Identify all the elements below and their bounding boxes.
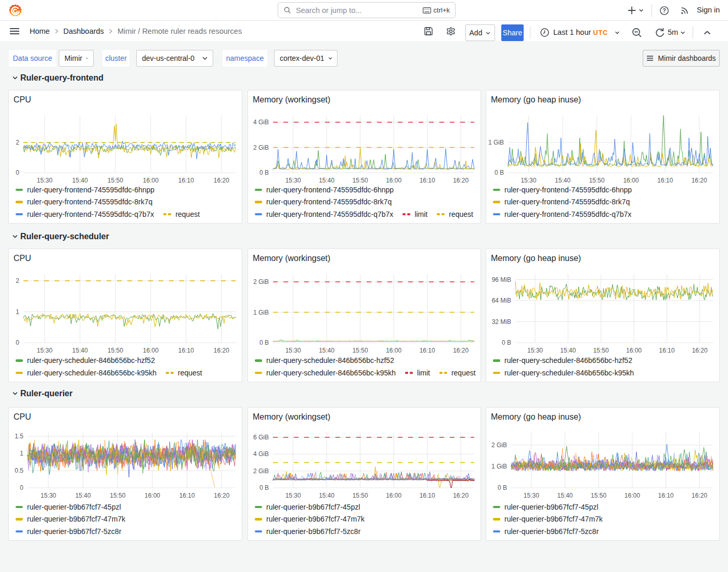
svg-text:15:50: 15:50 bbox=[353, 492, 368, 499]
svg-text:15:30: 15:30 bbox=[524, 492, 539, 499]
svg-text:1 GiB: 1 GiB bbox=[253, 309, 269, 316]
svg-text:16:10: 16:10 bbox=[420, 347, 435, 354]
svg-text:4 GiB: 4 GiB bbox=[253, 450, 269, 458]
svg-text:15:50: 15:50 bbox=[353, 177, 368, 184]
svg-text:15:40: 15:40 bbox=[555, 177, 570, 184]
svg-text:2 GiB: 2 GiB bbox=[491, 441, 507, 449]
svg-text:15:30: 15:30 bbox=[41, 492, 56, 499]
svg-text:16:10: 16:10 bbox=[178, 177, 194, 184]
svg-text:16:10: 16:10 bbox=[420, 492, 435, 499]
svg-text:15:40: 15:40 bbox=[72, 177, 88, 184]
svg-text:16:00: 16:00 bbox=[386, 347, 401, 354]
svg-text:0 B: 0 B bbox=[259, 339, 269, 346]
svg-text:16:10: 16:10 bbox=[657, 177, 673, 184]
svg-text:6 GiB: 6 GiB bbox=[253, 434, 269, 441]
svg-text:15:50: 15:50 bbox=[589, 177, 605, 184]
svg-text:?: ? bbox=[662, 8, 666, 14]
svg-text:16:00: 16:00 bbox=[145, 492, 160, 499]
svg-text:16:10: 16:10 bbox=[658, 492, 673, 499]
svg-text:15:30: 15:30 bbox=[285, 347, 301, 354]
svg-text:15:40: 15:40 bbox=[319, 177, 334, 184]
svg-text:16:10: 16:10 bbox=[178, 347, 194, 354]
svg-text:0: 0 bbox=[20, 484, 23, 491]
svg-text:2: 2 bbox=[16, 139, 19, 146]
svg-text:15:40: 15:40 bbox=[560, 347, 576, 354]
svg-text:16:00: 16:00 bbox=[626, 347, 642, 354]
svg-text:0 B: 0 B bbox=[498, 484, 507, 491]
svg-text:15:50: 15:50 bbox=[591, 492, 606, 499]
svg-text:15:40: 15:40 bbox=[75, 492, 91, 499]
svg-text:0 B: 0 B bbox=[259, 169, 269, 176]
svg-text:16:20: 16:20 bbox=[692, 177, 707, 184]
svg-text:15:30: 15:30 bbox=[521, 177, 536, 184]
svg-text:16:00: 16:00 bbox=[386, 177, 401, 184]
svg-text:2: 2 bbox=[16, 277, 19, 284]
svg-text:16:10: 16:10 bbox=[659, 347, 674, 354]
svg-text:15:30: 15:30 bbox=[37, 177, 53, 184]
svg-text:16:20: 16:20 bbox=[214, 177, 229, 184]
svg-text:16:20: 16:20 bbox=[453, 177, 469, 184]
svg-text:15:40: 15:40 bbox=[319, 347, 334, 354]
svg-text:2 GiB: 2 GiB bbox=[253, 278, 269, 285]
svg-text:0: 0 bbox=[16, 169, 19, 176]
svg-text:0: 0 bbox=[16, 339, 19, 346]
svg-text:32 MiB: 32 MiB bbox=[492, 318, 511, 326]
svg-text:16:00: 16:00 bbox=[623, 177, 639, 184]
svg-text:2 GiB: 2 GiB bbox=[253, 144, 269, 151]
svg-text:1: 1 bbox=[20, 450, 23, 457]
svg-text:64 MiB: 64 MiB bbox=[492, 297, 511, 304]
svg-text:15:50: 15:50 bbox=[593, 347, 609, 354]
svg-text:0 B: 0 B bbox=[495, 169, 504, 176]
svg-text:96 MiB: 96 MiB bbox=[492, 276, 511, 283]
svg-text:0 B: 0 B bbox=[502, 339, 511, 346]
svg-text:0 B: 0 B bbox=[259, 484, 269, 491]
svg-text:15:30: 15:30 bbox=[285, 492, 301, 499]
svg-text:16:10: 16:10 bbox=[420, 177, 435, 184]
svg-text:16:20: 16:20 bbox=[214, 347, 229, 354]
svg-text:15:30: 15:30 bbox=[37, 347, 53, 354]
svg-text:1 GiB: 1 GiB bbox=[491, 463, 507, 470]
svg-text:15:50: 15:50 bbox=[108, 177, 123, 184]
svg-text:16:20: 16:20 bbox=[453, 347, 469, 354]
svg-text:15:40: 15:40 bbox=[72, 347, 88, 354]
svg-text:1 GiB: 1 GiB bbox=[488, 139, 504, 146]
svg-text:16:00: 16:00 bbox=[625, 492, 640, 499]
svg-text:4 GiB: 4 GiB bbox=[253, 119, 269, 126]
svg-text:15:50: 15:50 bbox=[110, 492, 125, 499]
svg-text:15:50: 15:50 bbox=[108, 347, 123, 354]
svg-text:16:00: 16:00 bbox=[386, 492, 401, 499]
svg-text:15:30: 15:30 bbox=[527, 347, 543, 354]
svg-text:15:40: 15:40 bbox=[319, 492, 334, 499]
svg-text:2 GiB: 2 GiB bbox=[253, 467, 269, 475]
svg-text:1.5: 1.5 bbox=[15, 433, 23, 440]
svg-text:16:20: 16:20 bbox=[214, 492, 229, 499]
svg-text:0.5: 0.5 bbox=[15, 467, 23, 474]
svg-text:15:50: 15:50 bbox=[353, 347, 368, 354]
svg-text:16:20: 16:20 bbox=[692, 347, 708, 354]
svg-text:16:20: 16:20 bbox=[692, 492, 707, 499]
svg-text:16:10: 16:10 bbox=[179, 492, 195, 499]
svg-text:16:20: 16:20 bbox=[453, 492, 469, 499]
svg-text:1: 1 bbox=[16, 308, 19, 316]
svg-text:15:40: 15:40 bbox=[557, 492, 573, 499]
svg-text:16:00: 16:00 bbox=[143, 347, 159, 354]
svg-text:16:00: 16:00 bbox=[143, 177, 159, 184]
svg-text:15:30: 15:30 bbox=[285, 177, 301, 184]
